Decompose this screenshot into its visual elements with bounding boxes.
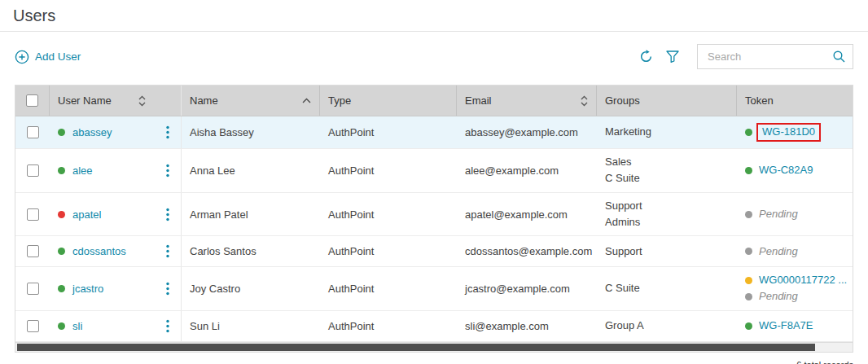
horizontal-scrollbar[interactable]	[15, 342, 853, 353]
toolbar: Add User	[0, 32, 868, 85]
page-header: Users	[0, 0, 868, 32]
token-link-annotated[interactable]: WG-181D0	[756, 123, 821, 142]
type-text: AuthPoint	[328, 283, 374, 295]
token-cell: WG0000117722 ...Pending	[737, 267, 855, 310]
email-cell: jcastro@example.com	[457, 267, 597, 310]
column-header-type[interactable]: Type	[320, 86, 457, 116]
username-link[interactable]: cdossantos	[72, 245, 126, 257]
token-link[interactable]: WG0000117722 ...	[759, 274, 847, 287]
name-text: Arman Patel	[190, 208, 248, 221]
table-body: abasseyAisha BasseyAuthPointabassey@exam…	[15, 116, 853, 342]
search-input[interactable]	[706, 50, 832, 64]
column-label: User Name	[58, 94, 112, 107]
kebab-menu-icon[interactable]	[161, 162, 174, 179]
token-pending-text: Pending	[759, 290, 798, 304]
row-menu-cell	[154, 193, 182, 236]
token-line: WG-F8A7E	[745, 319, 813, 333]
token-line: WG-C82A9	[745, 164, 813, 178]
row-select-cell	[15, 311, 50, 341]
row-checkbox[interactable]	[27, 245, 39, 257]
email-cell: cdossantos@example.com	[457, 236, 597, 266]
token-link[interactable]: WG-F8A7E	[759, 319, 813, 333]
column-header-select	[15, 86, 50, 116]
token-status-dot	[745, 293, 752, 300]
email-cell: abassey@example.com	[457, 116, 597, 148]
user-status-dot	[58, 211, 65, 218]
username-link[interactable]: jcastro	[72, 283, 103, 295]
type-cell: AuthPoint	[320, 311, 457, 341]
users-table: User NameNameTypeEmailGroupsToken abasse…	[15, 85, 853, 342]
kebab-menu-icon[interactable]	[161, 243, 174, 260]
email-text: alee@example.com	[465, 164, 559, 177]
token-cell: WG-181D0	[737, 116, 853, 148]
type-cell: AuthPoint	[320, 149, 457, 192]
token-status-dot	[745, 129, 752, 136]
type-cell: AuthPoint	[320, 267, 457, 310]
token-cell: Pending	[737, 236, 853, 266]
table-row: jcastroJoy CastroAuthPointjcastro@exampl…	[15, 267, 853, 311]
search-icon[interactable]	[832, 50, 846, 64]
name-cell: Anna Lee	[182, 149, 320, 192]
token-status-dot	[745, 277, 752, 284]
column-header-name[interactable]: Name	[182, 86, 320, 116]
user-status-dot	[58, 322, 65, 330]
row-checkbox[interactable]	[27, 320, 39, 332]
table-footer: 6 total records	[0, 353, 868, 364]
kebab-menu-icon[interactable]	[161, 318, 174, 335]
sort-ascending-icon[interactable]	[302, 98, 311, 103]
name-text: Sun Li	[190, 320, 220, 332]
table-row: sliSun LiAuthPointsli@example.comGroup A…	[15, 311, 853, 342]
column-label: Groups	[605, 94, 640, 107]
sort-toggle-icon[interactable]	[138, 95, 146, 107]
groups-cell: Group A	[597, 311, 737, 341]
column-header-email[interactable]: Email	[457, 86, 597, 116]
type-cell: AuthPoint	[320, 116, 457, 148]
column-label: Email	[465, 94, 492, 107]
name-text: Aisha Bassey	[190, 126, 254, 138]
type-text: AuthPoint	[328, 320, 374, 332]
refresh-icon[interactable]	[639, 50, 653, 64]
name-text: Joy Castro	[190, 283, 240, 295]
kebab-menu-icon[interactable]	[161, 206, 174, 223]
kebab-menu-icon[interactable]	[161, 280, 174, 297]
username-link[interactable]: alee	[72, 164, 93, 177]
add-user-label: Add User	[35, 50, 81, 63]
row-checkbox[interactable]	[27, 283, 39, 295]
username-cell: apatel	[50, 193, 154, 236]
group-name: Sales	[605, 156, 632, 169]
kebab-menu-icon[interactable]	[161, 124, 174, 141]
scrollbar-thumb[interactable]	[17, 344, 815, 351]
token-status-dot	[745, 167, 752, 174]
username-link[interactable]: apatel	[72, 208, 101, 221]
email-text: sli@example.com	[465, 320, 549, 332]
email-cell: alee@example.com	[457, 149, 597, 192]
add-user-button[interactable]: Add User	[15, 50, 81, 64]
email-cell: apatel@example.com	[457, 193, 597, 236]
column-header-groups[interactable]: Groups	[597, 86, 737, 116]
email-text: apatel@example.com	[465, 208, 568, 221]
groups-cell: Support	[597, 236, 737, 266]
groups-cell: Marketing	[597, 116, 737, 148]
sort-toggle-icon[interactable]	[581, 95, 588, 107]
token-line: Pending	[745, 245, 798, 259]
select-all-checkbox[interactable]	[26, 94, 38, 107]
row-checkbox[interactable]	[27, 164, 39, 177]
group-name: Admins	[605, 216, 640, 230]
row-checkbox[interactable]	[27, 208, 39, 221]
row-select-cell	[15, 116, 50, 148]
token-line: Pending	[745, 208, 798, 221]
token-cell: Pending	[737, 193, 853, 236]
column-label: Name	[190, 94, 218, 107]
row-checkbox[interactable]	[27, 126, 39, 138]
name-cell: Arman Patel	[182, 193, 320, 236]
column-header-token[interactable]: Token	[737, 86, 853, 116]
column-header-username[interactable]: User Name	[50, 86, 154, 116]
group-name: C Suite	[605, 282, 640, 296]
token-link[interactable]: WG-C82A9	[759, 164, 813, 178]
row-menu-cell	[154, 116, 182, 148]
filter-icon[interactable]	[666, 50, 679, 63]
username-link[interactable]: sli	[72, 320, 82, 332]
user-status-dot	[58, 167, 65, 174]
username-link[interactable]: abassey	[72, 126, 112, 138]
token-status-dot	[745, 248, 752, 255]
